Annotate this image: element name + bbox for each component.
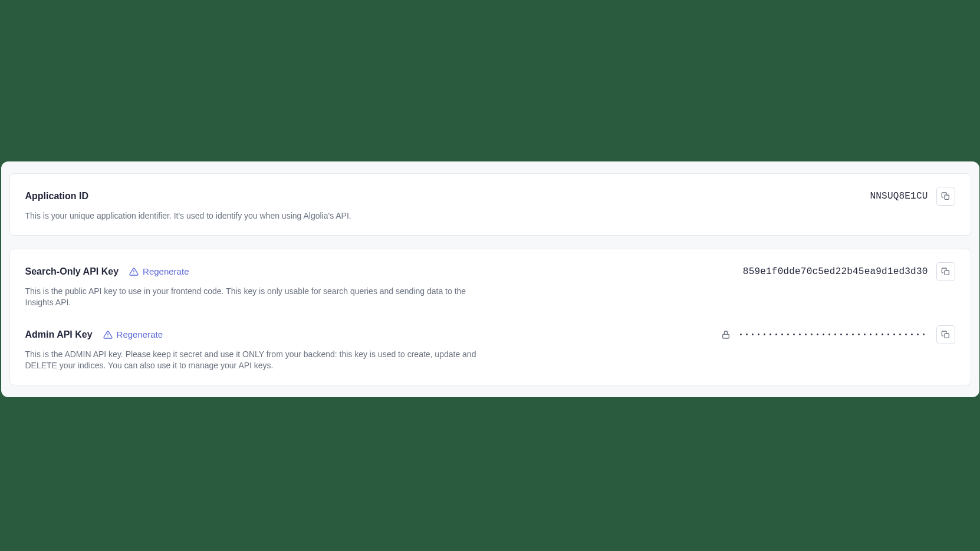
warning-triangle-icon xyxy=(129,267,139,276)
application-id-row: Application ID NNSUQ8E1CU xyxy=(25,187,955,206)
application-id-value: NNSUQ8E1CU xyxy=(870,191,928,202)
regenerate-search-key-label: Regenerate xyxy=(143,266,189,276)
admin-key-section: Admin API Key Regenerate xyxy=(25,325,955,372)
admin-key-description: This is the ADMIN API key. Please keep i… xyxy=(25,349,479,372)
search-key-row: Search-Only API Key Regenerate xyxy=(25,262,955,281)
search-key-title: Search-Only API Key xyxy=(25,266,119,277)
application-id-card: Application ID NNSUQ8E1CU This is your u… xyxy=(9,173,971,236)
api-keys-card: Search-Only API Key Regenerate xyxy=(9,249,971,385)
regenerate-admin-key-label: Regenerate xyxy=(117,329,163,339)
admin-key-value: •••••••••••••••••••••••••••••••• xyxy=(739,332,928,338)
warning-triangle-icon xyxy=(103,330,113,339)
search-key-description: This is the public API key to use in you… xyxy=(25,286,479,309)
admin-key-row: Admin API Key Regenerate xyxy=(25,325,955,344)
admin-key-title: Admin API Key xyxy=(25,329,93,340)
svg-rect-0 xyxy=(945,195,949,199)
copy-icon xyxy=(941,267,951,276)
search-key-value: 859e1f0dde70c5ed22b45ea9d1ed3d30 xyxy=(743,266,928,277)
svg-rect-7 xyxy=(945,334,949,338)
svg-rect-6 xyxy=(723,334,729,338)
search-key-section: Search-Only API Key Regenerate xyxy=(25,262,955,309)
copy-admin-key-button[interactable] xyxy=(936,325,955,344)
copy-icon xyxy=(941,330,951,339)
application-id-description: This is your unique application identifi… xyxy=(25,210,479,222)
api-keys-panel: Application ID NNSUQ8E1CU This is your u… xyxy=(1,161,979,397)
copy-search-key-button[interactable] xyxy=(936,262,955,281)
svg-rect-3 xyxy=(945,270,949,275)
regenerate-search-key-button[interactable]: Regenerate xyxy=(129,266,189,276)
copy-icon xyxy=(941,192,951,201)
copy-application-id-button[interactable] xyxy=(936,187,955,206)
application-id-title: Application ID xyxy=(25,191,89,202)
lock-icon[interactable] xyxy=(721,330,731,339)
regenerate-admin-key-button[interactable]: Regenerate xyxy=(103,329,163,339)
